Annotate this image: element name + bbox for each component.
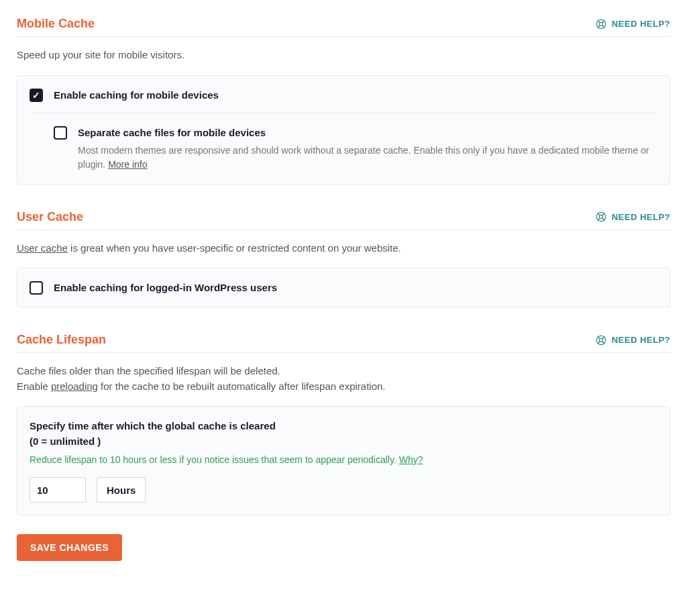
- checkbox-enable-mobile[interactable]: [30, 89, 43, 102]
- need-help-link[interactable]: NEED HELP?: [596, 19, 670, 30]
- specify-line1: Specify time after which the global cach…: [30, 420, 276, 431]
- lifespan-specify-label: Specify time after which the global cach…: [30, 419, 657, 449]
- need-help-link[interactable]: NEED HELP?: [596, 335, 670, 346]
- need-help-link[interactable]: NEED HELP?: [596, 211, 670, 222]
- preloading-link[interactable]: preloading: [51, 380, 98, 392]
- tip-text: Reduce lifespan to 10 hours or less if y…: [30, 454, 399, 465]
- lifespan-desc: Cache files older than the specified lif…: [17, 364, 670, 394]
- why-link[interactable]: Why?: [399, 454, 423, 465]
- help-icon: [596, 211, 606, 222]
- checkbox-enable-user[interactable]: [30, 281, 43, 295]
- svg-point-13: [599, 338, 602, 342]
- section-header: User Cache NEED HELP?: [17, 210, 670, 230]
- enable-mobile-label: Enable caching for mobile devices: [54, 88, 657, 102]
- section-mobile-cache: Mobile Cache NEED HELP? Speed up your si…: [17, 17, 670, 185]
- option-enable-user-cache: Enable caching for logged-in WordPress u…: [30, 280, 657, 295]
- lifespan-tip: Reduce lifespan to 10 hours or less if y…: [30, 454, 657, 465]
- separate-mobile-help: Most modern themes are responsive and sh…: [78, 144, 657, 172]
- mobile-cache-panel: Enable caching for mobile devices Separa…: [17, 75, 670, 185]
- user-cache-link[interactable]: User cache: [17, 242, 68, 254]
- lifespan-desc-enable: Enable: [17, 380, 51, 392]
- save-changes-button[interactable]: SAVE CHANGES: [17, 534, 122, 561]
- mobile-cache-desc: Speed up your site for mobile visitors.: [17, 48, 670, 63]
- lifespan-panel: Specify time after which the global cach…: [17, 406, 670, 515]
- need-help-label: NEED HELP?: [612, 19, 670, 29]
- need-help-label: NEED HELP?: [612, 212, 670, 222]
- user-cache-panel: Enable caching for logged-in WordPress u…: [17, 268, 670, 307]
- checkbox-separate-mobile[interactable]: [54, 126, 67, 140]
- option-body: Separate cache files for mobile devices …: [78, 125, 657, 172]
- need-help-label: NEED HELP?: [612, 335, 670, 345]
- separate-mobile-help-text: Most modern themes are responsive and sh…: [78, 145, 649, 170]
- user-cache-desc: User cache is great when you have user-s…: [17, 241, 670, 256]
- help-icon: [596, 19, 606, 30]
- section-title-user: User Cache: [17, 210, 83, 224]
- option-separate-mobile-cache: Separate cache files for mobile devices …: [54, 125, 657, 172]
- option-enable-mobile-cache: Enable caching for mobile devices: [30, 88, 657, 102]
- user-cache-desc-rest: is great when you have user-specific or …: [68, 242, 401, 254]
- svg-point-7: [599, 215, 602, 218]
- lifespan-input-row: Hours: [30, 477, 657, 503]
- section-user-cache: User Cache NEED HELP? User cache is grea…: [17, 210, 670, 308]
- option-body: Enable caching for logged-in WordPress u…: [54, 280, 657, 295]
- lifespan-desc-rest: for the cache to be rebuilt automaticall…: [98, 380, 386, 392]
- separate-mobile-label: Separate cache files for mobile devices: [78, 125, 657, 140]
- help-icon: [596, 335, 606, 346]
- section-header: Cache Lifespan NEED HELP?: [17, 333, 670, 353]
- section-title-lifespan: Cache Lifespan: [17, 333, 106, 347]
- lifespan-desc-line1: Cache files older than the specified lif…: [17, 365, 280, 376]
- section-cache-lifespan: Cache Lifespan NEED HELP? Cache files ol…: [17, 333, 670, 515]
- section-header: Mobile Cache NEED HELP?: [17, 17, 670, 37]
- specify-line2: (0 = unlimited ): [30, 435, 101, 447]
- lifespan-value-input[interactable]: [30, 477, 86, 503]
- section-title-mobile: Mobile Cache: [17, 17, 95, 31]
- divider: [30, 113, 657, 113]
- more-info-link[interactable]: More info: [108, 159, 147, 170]
- enable-user-label: Enable caching for logged-in WordPress u…: [54, 280, 657, 295]
- svg-point-1: [599, 22, 602, 25]
- option-body: Enable caching for mobile devices: [54, 88, 657, 102]
- lifespan-unit-select[interactable]: Hours: [97, 477, 146, 503]
